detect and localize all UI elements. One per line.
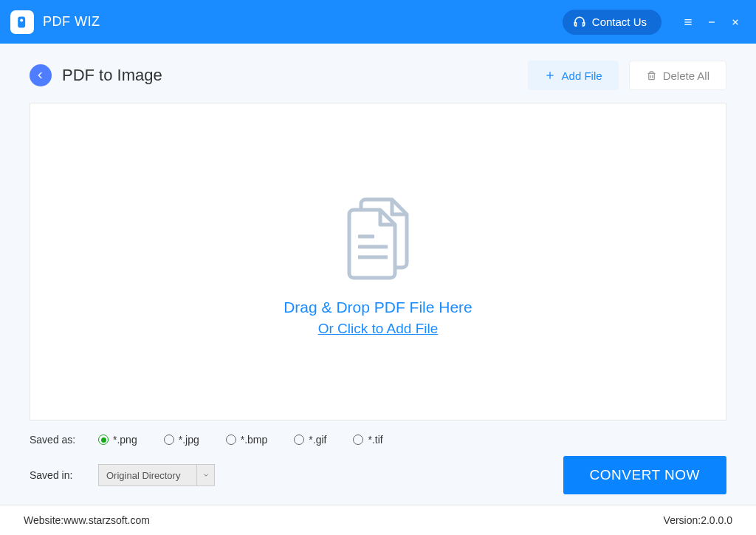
- radio-dot-icon: [294, 435, 304, 445]
- add-file-label: Add File: [562, 69, 602, 82]
- radio-dot-icon: [164, 435, 174, 445]
- version-label: Version:: [664, 514, 701, 526]
- delete-all-button[interactable]: Delete All: [629, 61, 726, 90]
- svg-rect-10: [648, 73, 654, 79]
- page-title: PDF to Image: [62, 66, 162, 85]
- add-file-button[interactable]: Add File: [528, 61, 619, 90]
- saved-in-row: Saved in: Original Directory CONVERT NOW: [0, 446, 756, 494]
- content-area: PDF to Image Add File Delete All Drag & …: [0, 44, 756, 505]
- format-radio-bmp[interactable]: *.bmp: [226, 434, 268, 446]
- format-label: *.gif: [309, 434, 326, 446]
- format-radio-png[interactable]: *.png: [98, 434, 137, 446]
- website-link[interactable]: www.starzsoft.com: [63, 514, 150, 526]
- saved-as-row: Saved as: *.png *.jpg *.bmp *.gif *.tif: [0, 420, 756, 446]
- format-radio-jpg[interactable]: *.jpg: [164, 434, 199, 446]
- saved-in-select[interactable]: Original Directory: [98, 464, 215, 486]
- format-label: *.png: [113, 434, 137, 446]
- app-logo: [10, 10, 34, 34]
- dropzone-link[interactable]: Or Click to Add File: [318, 321, 439, 337]
- headset-icon: [573, 16, 586, 29]
- plus-icon: [544, 69, 556, 81]
- contact-us-label: Contact Us: [592, 16, 647, 28]
- radio-dot-icon: [98, 435, 109, 445]
- arrow-left-icon: [35, 69, 47, 81]
- minimize-icon: [706, 16, 718, 28]
- close-button[interactable]: [725, 12, 746, 33]
- format-label: *.tif: [368, 434, 382, 446]
- delete-all-label: Delete All: [663, 69, 709, 82]
- contact-us-button[interactable]: Contact Us: [563, 10, 662, 35]
- saved-as-label: Saved as:: [30, 434, 98, 446]
- trash-icon: [646, 70, 657, 81]
- format-label: *.jpg: [179, 434, 199, 446]
- menu-button[interactable]: [678, 12, 698, 33]
- svg-rect-0: [18, 16, 25, 27]
- footer: Website: www.starzsoft.com Version: 2.0.…: [0, 505, 756, 535]
- saved-in-value: Original Directory: [99, 470, 196, 481]
- svg-point-1: [20, 18, 23, 21]
- version-value: 2.0.0.0: [701, 514, 732, 526]
- convert-now-button[interactable]: CONVERT NOW: [563, 456, 726, 494]
- format-radio-tif[interactable]: *.tif: [353, 434, 382, 446]
- radio-dot-icon: [353, 435, 363, 445]
- format-radio-gif[interactable]: *.gif: [294, 434, 326, 446]
- saved-in-label: Saved in:: [30, 469, 98, 481]
- close-icon: [729, 16, 741, 28]
- titlebar: PDF WIZ Contact Us: [0, 0, 756, 44]
- app-name: PDF WIZ: [43, 14, 100, 30]
- website-label: Website:: [24, 514, 63, 526]
- hamburger-icon: [682, 16, 694, 28]
- back-button[interactable]: [30, 64, 52, 86]
- subheader: PDF to Image Add File Delete All: [0, 44, 756, 92]
- dropzone[interactable]: Drag & Drop PDF File Here Or Click to Ad…: [30, 103, 726, 420]
- format-label: *.bmp: [241, 434, 268, 446]
- radio-dot-icon: [226, 435, 236, 445]
- minimize-button[interactable]: [701, 12, 722, 33]
- dropzone-text: Drag & Drop PDF File Here: [284, 299, 472, 316]
- chevron-down-icon: [196, 465, 214, 485]
- documents-icon: [330, 186, 426, 282]
- format-radio-group: *.png *.jpg *.bmp *.gif *.tif: [98, 434, 383, 446]
